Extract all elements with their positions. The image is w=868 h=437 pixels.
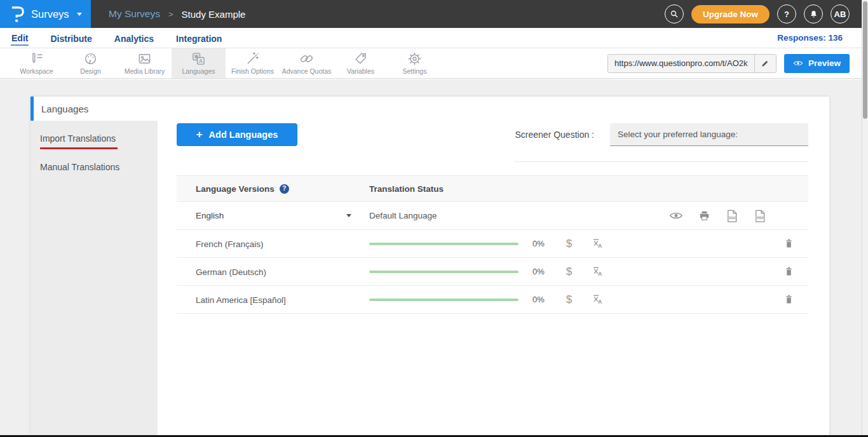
printer-icon — [698, 210, 710, 222]
edit-url-button[interactable] — [754, 55, 776, 72]
sidebar-item-label: Import Translations — [40, 133, 118, 149]
sidebar-title: Languages — [31, 97, 158, 121]
preview-button[interactable]: Preview — [784, 54, 850, 73]
page-scrollbar[interactable] — [862, 0, 868, 437]
toolbar-item-finish-options[interactable]: Finish Options — [226, 48, 280, 78]
magic-wand-icon — [245, 51, 260, 66]
edit-toolbar: Workspace Design Media Library — [0, 48, 862, 79]
questionpro-logo-icon — [10, 5, 25, 23]
pdf-file-icon: PDF — [754, 209, 766, 223]
help-badge-icon[interactable]: ? — [280, 184, 289, 194]
col-translation-status: Translation Status — [369, 184, 444, 194]
translation-progress-bar — [369, 299, 519, 301]
gear-icon — [407, 51, 422, 66]
product-name: Surveys — [31, 8, 69, 20]
tab-analytics[interactable]: Analytics — [114, 30, 154, 45]
auto-translate-button[interactable]: A — [592, 238, 604, 250]
export-pdf-button[interactable]: PDF — [754, 209, 766, 223]
add-languages-label: Add Languages — [209, 130, 278, 140]
chain-link-icon — [299, 51, 314, 66]
screener-question-select[interactable]: Select your preferred language: — [610, 123, 808, 146]
sidebar-item-import-translations[interactable]: Import Translations — [31, 127, 158, 156]
translate-icon: A — [592, 266, 604, 278]
workspace-icon — [29, 51, 44, 66]
notifications-button[interactable] — [804, 4, 823, 24]
svg-text:A: A — [598, 271, 602, 277]
toolbar-item-settings[interactable]: Settings — [388, 48, 442, 78]
translation-percent: 0% — [532, 267, 555, 276]
export-doc-button[interactable]: DOC — [726, 209, 738, 223]
tag-icon — [353, 51, 368, 66]
survey-section-nav: Edit Distribute Analytics Integration Re… — [0, 28, 862, 48]
screener-question-value: Select your preferred language: — [618, 130, 738, 139]
add-languages-button[interactable]: + Add Languages — [177, 123, 297, 146]
delete-language-button[interactable] — [784, 238, 794, 249]
doc-file-icon: DOC — [726, 209, 738, 223]
svg-text:A: A — [598, 299, 602, 305]
sidebar-item-label: Manual Translations — [40, 162, 119, 172]
breadcrumb-separator: > — [168, 10, 173, 19]
app-screen: Surveys My Surveys > Study Example Upgra… — [0, 0, 868, 437]
survey-url-input[interactable] — [608, 55, 754, 72]
toolbar-item-design[interactable]: Design — [64, 48, 118, 78]
print-button[interactable] — [698, 210, 710, 222]
search-button[interactable] — [665, 4, 684, 24]
table-row-language: Latin America [Español] 0% $ A — [177, 286, 808, 314]
trash-icon — [784, 294, 794, 305]
language-name: Latin America [Español] — [196, 295, 286, 305]
toolbar-item-label: Settings — [403, 67, 427, 75]
screener-question-label: Screener Question : — [515, 130, 594, 140]
tab-distribute[interactable]: Distribute — [50, 30, 92, 45]
default-language-status: Default Language — [369, 211, 437, 220]
translation-progress-bar — [369, 243, 519, 245]
translate-icon: A — [592, 238, 604, 250]
toolbar-item-media-library[interactable]: Media Library — [118, 48, 172, 78]
trash-icon — [784, 238, 794, 249]
toolbar-item-variables[interactable]: Variables — [334, 48, 388, 78]
actions-row: + Add Languages Screener Question : Sele… — [158, 97, 829, 162]
languages-panel: Languages Import Translations Manual Tra… — [31, 97, 829, 435]
language-versions-table: Language Versions ? Translation Status E… — [177, 175, 808, 314]
svg-text:DOC: DOC — [729, 215, 736, 219]
view-button[interactable] — [669, 211, 683, 220]
auto-translate-button[interactable]: A — [592, 266, 604, 278]
toolbar-item-label: Languages — [182, 67, 215, 75]
toolbar-item-label: Design — [80, 67, 101, 75]
trash-icon — [784, 266, 794, 277]
translate-languages-icon: A — [191, 51, 206, 66]
toolbar-item-languages[interactable]: A Languages — [172, 48, 226, 78]
product-switcher[interactable]: Surveys — [0, 0, 91, 28]
delete-language-button[interactable] — [784, 266, 794, 277]
languages-sidebar: Languages Import Translations Manual Tra… — [31, 97, 158, 435]
help-button[interactable]: ? — [777, 4, 796, 24]
table-row-language: German (Deutsch) 0% $ A — [177, 258, 808, 286]
bell-icon — [809, 10, 818, 19]
toolbar-item-workspace[interactable]: Workspace — [10, 48, 64, 78]
svg-text:A: A — [598, 243, 602, 249]
toolbar-item-label: Advance Quotas — [282, 67, 332, 75]
tab-edit[interactable]: Edit — [11, 30, 29, 46]
auto-translate-button[interactable]: A — [592, 293, 604, 306]
language-name: German (Deutsch) — [196, 267, 266, 277]
eye-icon — [669, 211, 683, 220]
sidebar-item-manual-translations[interactable]: Manual Translations — [31, 156, 158, 178]
chevron-down-icon — [346, 214, 351, 217]
search-icon — [669, 9, 679, 19]
plus-icon: + — [196, 128, 203, 141]
breadcrumb-current-survey: Study Example — [182, 9, 246, 20]
default-language-dropdown[interactable]: English — [196, 211, 351, 220]
tab-integration[interactable]: Integration — [175, 30, 222, 45]
pencil-icon — [761, 59, 770, 68]
top-header-bar: Surveys My Surveys > Study Example Upgra… — [0, 0, 862, 28]
delete-language-button[interactable] — [784, 294, 794, 305]
image-icon — [137, 51, 152, 66]
responses-count-link[interactable]: Responses: 136 — [777, 33, 843, 43]
scrollbar-thumb[interactable] — [863, 1, 867, 119]
toolbar-item-advance-quotas[interactable]: Advance Quotas — [280, 48, 334, 78]
upgrade-now-button[interactable]: Upgrade Now — [691, 5, 770, 24]
breadcrumb-my-surveys[interactable]: My Surveys — [109, 8, 160, 20]
toolbar-right-group: Preview — [607, 48, 862, 78]
avatar[interactable]: AB — [831, 4, 850, 24]
translate-icon: A — [592, 293, 604, 306]
table-row-language: French (Français) 0% $ A — [177, 230, 808, 258]
